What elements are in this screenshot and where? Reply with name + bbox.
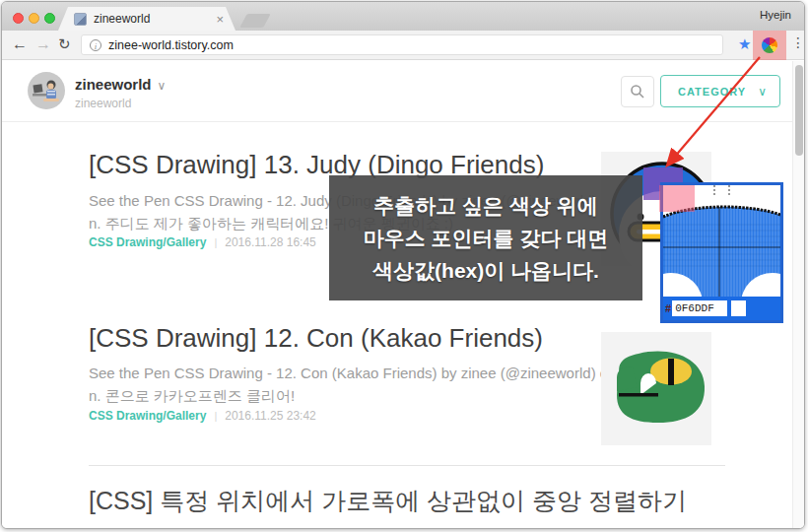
blog-title-chevron-icon[interactable]: ∨ xyxy=(158,79,167,93)
forward-icon: → xyxy=(35,33,51,55)
address-bar: ← → ↻ i zinee-world.tistory.com ★ ⋮ xyxy=(2,31,804,60)
maximize-window-button[interactable] xyxy=(44,13,55,24)
new-tab-button[interactable] xyxy=(239,14,270,28)
back-icon[interactable]: ← xyxy=(12,33,28,55)
tooltip-line-2: 마우스 포인터를 갖다 대면 xyxy=(364,222,609,254)
browser-window: zineeworld × Hyejin ← → ↻ i zinee-world.… xyxy=(1,1,805,529)
color-picker-extension-icon[interactable] xyxy=(762,37,777,53)
magnifier-hex-bar: # 0F6DDF xyxy=(663,297,780,320)
browser-menu-icon[interactable]: ⋮ xyxy=(791,34,805,50)
hex-prefix: # xyxy=(665,302,671,314)
post-thumbnail-con[interactable] xyxy=(601,332,711,445)
page-content: zineeworld∨ zineeworld CATEGORY ∨ [CSS D… xyxy=(2,61,805,529)
search-button[interactable] xyxy=(621,76,654,107)
category-dropdown[interactable]: CATEGORY ∨ xyxy=(660,75,780,107)
browser-profile-name[interactable]: Hyejin xyxy=(760,9,791,21)
url-text[interactable]: zinee-world.tistory.com xyxy=(108,38,234,52)
tab-close-icon[interactable]: × xyxy=(216,12,224,27)
post-meta-2: CSS Drawing/Gallery|2016.11.25 23:42 xyxy=(89,409,316,423)
scrollbar-track[interactable] xyxy=(792,61,805,529)
tab-favicon-icon xyxy=(74,13,87,26)
post-date: 2016.11.25 23:42 xyxy=(225,409,316,423)
post-category-link[interactable]: CSS Drawing/Gallery xyxy=(89,235,206,249)
tab-title: zineeworld xyxy=(94,12,150,26)
avatar-illustration xyxy=(28,72,65,109)
hex-secondary-field[interactable] xyxy=(731,300,746,316)
reload-icon[interactable]: ↻ xyxy=(58,33,71,55)
scrollbar-thumb[interactable] xyxy=(795,65,803,156)
blog-subtitle: zineeworld xyxy=(75,97,131,110)
search-icon xyxy=(630,84,645,100)
post-divider xyxy=(89,465,725,466)
url-field[interactable]: i zinee-world.tistory.com xyxy=(81,34,723,55)
con-character-image xyxy=(601,332,711,445)
post-title-2[interactable]: [CSS Drawing] 12. Con (Kakao Friends) xyxy=(89,323,543,354)
post-desc-2: See the Pen CSS Drawing - 12. Con (Kakao… xyxy=(89,362,674,407)
blog-avatar[interactable] xyxy=(28,72,65,109)
browser-tab[interactable]: zineeworld × xyxy=(58,7,236,31)
tooltip-line-1: 추출하고 싶은 색상 위에 xyxy=(373,189,598,222)
minimize-window-button[interactable] xyxy=(29,13,39,24)
bookmark-star-icon[interactable]: ★ xyxy=(738,35,751,53)
tab-bar: zineeworld × Hyejin xyxy=(2,2,804,31)
hex-value-field[interactable]: 0F6DDF xyxy=(672,300,727,316)
post-meta-1: CSS Drawing/Gallery|2016.11.28 16:45 xyxy=(89,235,316,249)
annotation-tooltip: 추출하고 싶은 색상 위에 마우스 포인터를 갖다 대면 색상값(hex)이 나… xyxy=(329,175,642,300)
category-chevron-icon: ∨ xyxy=(758,85,767,99)
post-category-link[interactable]: CSS Drawing/Gallery xyxy=(89,409,206,423)
header-divider xyxy=(2,121,805,122)
category-label: CATEGORY xyxy=(678,86,746,98)
site-info-icon[interactable]: i xyxy=(90,39,101,51)
post-title-3[interactable]: [CSS] 특정 위치에서 가로폭에 상관없이 중앙 정렬하기 xyxy=(89,485,687,517)
color-hover-square xyxy=(659,185,695,212)
close-window-button[interactable] xyxy=(13,13,24,24)
tooltip-line-3: 색상값(hex)이 나옵니다. xyxy=(372,254,599,287)
blog-title[interactable]: zineeworld∨ xyxy=(75,76,166,93)
post-date: 2016.11.28 16:45 xyxy=(225,235,316,249)
